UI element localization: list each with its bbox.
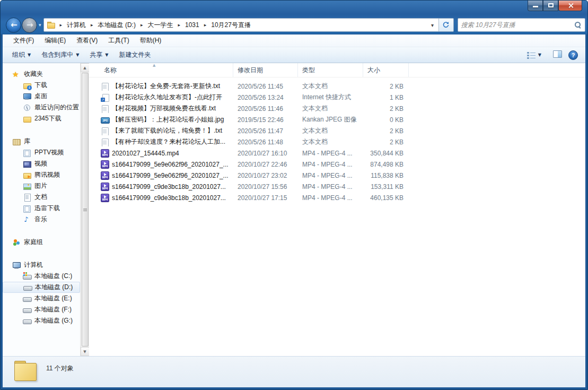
file-row[interactable]: 【村花论坛永久地址发布页】-点此打开 2020/5/26 13:24 Inter… — [89, 92, 585, 103]
new-folder-button[interactable]: 新建文件夹 — [113, 48, 156, 62]
sidebar-item[interactable]: 桌面 — [3, 91, 80, 102]
history-dropdown-icon[interactable]: ▾ — [39, 22, 41, 28]
sidebar-item[interactable]: 本地磁盘 (D:) — [3, 282, 80, 293]
sidebar-item-label: 下载 — [34, 81, 47, 90]
forward-button[interactable]: → — [22, 18, 37, 33]
sidebar-item[interactable]: 家庭组 — [3, 237, 80, 248]
scroll-up-button[interactable]: ▲ — [81, 63, 90, 72]
sidebar-item[interactable]: 迅雷下载 — [3, 203, 80, 214]
menu-item[interactable]: 文件(F) — [8, 34, 39, 47]
homegroup-icon — [12, 238, 21, 247]
recent-places-icon — [23, 103, 31, 112]
change-view-button[interactable]: ▼ — [522, 49, 547, 61]
scroll-down-button[interactable]: ▼ — [81, 347, 90, 356]
file-name: s1664179099_5e9e062f96_20201027_... — [112, 161, 229, 168]
file-name: 20201027_154445.mp4 — [112, 150, 179, 157]
breadcrumb-separator-icon: ▸ — [178, 22, 180, 28]
search-input[interactable] — [461, 21, 574, 29]
sidebar-item[interactable]: 腾讯视频 — [3, 169, 80, 180]
breadcrumb-item[interactable]: 大一学生 — [146, 20, 174, 31]
breadcrumb-item[interactable]: 1031 — [184, 20, 200, 30]
file-row[interactable]: 【村花论坛】全免费-无套路-更新快.txt 2020/5/26 11:45 文本… — [89, 81, 585, 92]
sidebar-item[interactable]: 本地磁盘 (G:) — [3, 315, 80, 326]
file-row[interactable]: s1664179099_c9de3bc18b_20201027... 2020/… — [89, 181, 585, 192]
maximize-button[interactable] — [543, 1, 558, 11]
dropdown-arrow-icon: ▼ — [28, 53, 31, 57]
column-header-size[interactable]: 大小 — [363, 63, 409, 77]
maximize-icon — [548, 3, 554, 7]
file-row[interactable]: 【村花视频】万部视频免费在线看.txt 2020/5/26 11:46 文本文档… — [89, 103, 585, 114]
address-dropdown-icon[interactable]: ▾ — [427, 19, 438, 31]
search-box[interactable] — [458, 18, 585, 32]
file-name: 【村花视频】万部视频免费在线看.txt — [112, 104, 216, 113]
sidebar-item[interactable]: 本地磁盘 (F:) — [3, 304, 80, 315]
file-size: 350,844 KB — [363, 150, 409, 157]
file-row[interactable]: 【有种子却没速度？来村花论坛人工加... 2020/5/26 11:48 文本文… — [89, 136, 585, 148]
close-icon — [568, 3, 574, 8]
sidebar-item[interactable]: 收藏夹 — [3, 68, 80, 80]
library-folder-icon — [23, 204, 31, 213]
sidebar-item[interactable]: 库 — [3, 136, 80, 147]
file-row[interactable]: s1664179099_5e9e062f96_20201027_... 2020… — [89, 170, 585, 181]
minimize-icon — [533, 6, 538, 7]
breadcrumb-item[interactable]: 本地磁盘 (D:) — [97, 20, 137, 31]
file-type: 文本文档 — [298, 82, 363, 91]
file-size: 2 KB — [363, 138, 409, 146]
file-size: 2 KB — [363, 105, 409, 112]
minimize-button[interactable] — [528, 1, 543, 11]
file-type: 文本文档 — [298, 137, 363, 146]
help-button[interactable]: ? — [568, 50, 578, 60]
include-label: 包含到库中 — [41, 50, 73, 59]
refresh-button[interactable] — [438, 19, 453, 31]
close-button[interactable] — [558, 1, 582, 11]
breadcrumb-item[interactable]: 10月27号直播 — [210, 20, 252, 31]
sidebar-item[interactable]: 最近访问的位置 — [3, 102, 80, 113]
sidebar-item[interactable]: 音乐 — [3, 214, 80, 225]
column-header-type[interactable]: 类型 — [298, 63, 363, 77]
file-size: 2 KB — [363, 127, 409, 135]
column-header-name[interactable]: 名称 — [89, 63, 233, 77]
menu-item[interactable]: 编辑(E) — [39, 34, 71, 47]
local-drive-icon — [23, 294, 31, 303]
sidebar-item[interactable]: 视频 — [3, 158, 80, 169]
address-bar[interactable]: ▸ 计算机 ▸ 本地磁盘 (D:) ▸ 大一学生 ▸ 1031 ▸ 10月27号… — [43, 18, 454, 32]
organize-button[interactable]: 组织 ▼ — [7, 48, 36, 62]
sidebar-item[interactable]: 图片 — [3, 180, 80, 192]
breadcrumb-separator-icon: ▸ — [204, 22, 207, 28]
desktop-icon — [23, 92, 31, 101]
sidebar-item[interactable]: 文档 — [3, 192, 80, 203]
scrollbar-thumb[interactable] — [82, 73, 89, 346]
file-row[interactable]: s1664179099_c9de3bc18b_20201027... 2020/… — [89, 192, 585, 203]
sidebar-item[interactable]: 计算机 — [3, 259, 80, 271]
internet-shortcut-icon — [101, 93, 109, 102]
list-view-icon — [527, 51, 536, 59]
text-file-icon — [101, 127, 109, 135]
window-controls — [528, 1, 582, 11]
menu-item[interactable]: 工具(T) — [103, 34, 134, 47]
sidebar-item[interactable]: 本地磁盘 (C:) — [3, 271, 80, 282]
sidebar-item[interactable]: 2345下载 — [3, 113, 80, 124]
menu-item[interactable]: 帮助(H) — [135, 34, 167, 47]
sidebar-item[interactable]: 本地磁盘 (E:) — [3, 293, 80, 304]
preview-pane-button[interactable] — [553, 50, 562, 60]
include-in-library-button[interactable]: 包含到库中 ▼ — [36, 48, 84, 62]
file-row[interactable]: 【解压密码】：上村花论坛看小姐姐.jpg 2019/5/15 22:46 Kan… — [89, 114, 585, 125]
sidebar-item[interactable]: 下载 — [3, 80, 80, 91]
back-button[interactable]: ← — [6, 18, 21, 33]
sidebar-item[interactable]: PPTV视频 — [3, 147, 80, 158]
column-header-date[interactable]: 修改日期 — [233, 63, 298, 77]
file-row[interactable]: 20201027_154445.mp4 2020/10/27 16:10 MP4… — [89, 148, 585, 159]
file-row[interactable]: s1664179099_5e9e062f96_20201027_... 2020… — [89, 159, 585, 170]
question-mark-icon: ? — [572, 52, 575, 58]
share-button[interactable]: 共享 ▼ — [84, 48, 113, 62]
jpeg-image-icon — [101, 116, 109, 124]
sidebar-scrollbar[interactable]: ▲ ▼ — [80, 63, 89, 356]
file-size: 0 KB — [363, 116, 409, 124]
menu-item[interactable]: 查看(V) — [71, 34, 103, 47]
refresh-icon — [442, 21, 450, 29]
navigation-bar: ← → ▾ ▸ 计算机 ▸ 本地磁盘 (D:) ▸ 大一学生 ▸ 1031 — [3, 15, 585, 34]
file-date: 2019/5/15 22:46 — [233, 116, 298, 124]
breadcrumb-item[interactable]: 计算机 — [66, 20, 87, 31]
file-size: 115,838 KB — [363, 172, 409, 179]
file-row[interactable]: 【来了就能下载的论坛，纯免费！】.txt 2020/5/26 11:47 文本文… — [89, 125, 585, 136]
